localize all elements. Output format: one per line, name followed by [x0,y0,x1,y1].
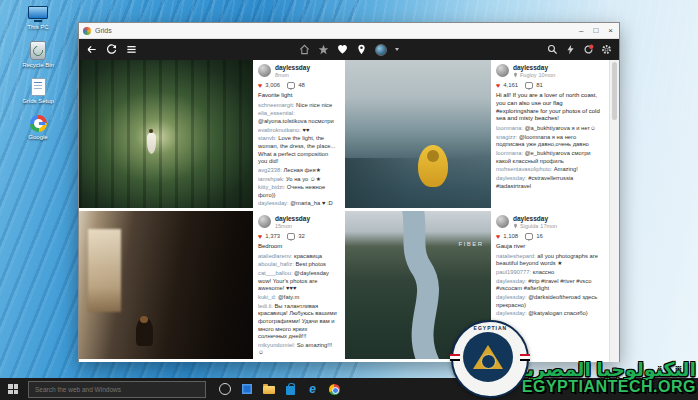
comment: mikyundomiel: So amazing!!!☺ [258,342,337,357]
comment: aboulai_hafiz: Best photos [258,261,337,269]
store-button[interactable] [284,383,297,396]
desktop-icon-label: This PC [27,24,48,31]
edge-button[interactable]: e [306,383,319,396]
comment: stanvb: Love the light, the woman, the d… [258,135,337,166]
comment-username[interactable]: mikyundomiel: [258,342,297,348]
comment-username[interactable]: aboulai_hafiz: [258,261,295,267]
comment-username[interactable]: schneemargit: [258,102,296,108]
comment-username[interactable]: evabroknutkano: [258,127,302,133]
close-button[interactable]: × [608,27,613,35]
comment-username[interactable]: avg2338: [258,167,283,173]
comment-username[interactable]: kuki_d: [258,294,278,300]
comment-username[interactable]: mohsentavasoliphoto: [496,166,554,172]
desktop-icon-google[interactable]: Google [14,115,62,141]
comment-username[interactable]: kitty_bidzi: [258,184,287,190]
post-username[interactable]: daylessday [513,215,557,223]
avatar[interactable] [496,64,509,77]
comment-username[interactable]: paul1990777: [496,269,533,275]
comment: iamshpak: Уо на уо ☺★ [258,176,337,184]
title-bar[interactable]: Grids – □ × [79,23,619,39]
comments-bubble-icon [287,233,295,240]
photos-app-icon [242,384,252,394]
back-icon[interactable] [86,44,97,55]
likes-heart-icon[interactable]: ♥ [496,233,500,240]
star-icon[interactable] [318,44,329,55]
menu-icon[interactable] [126,44,137,55]
bolt-icon[interactable] [565,44,576,55]
chrome-button[interactable] [328,383,341,396]
comments-count: 16 [536,233,543,239]
comment: cat___ballou: @daylessday wow! Your's ph… [258,270,337,293]
post-location[interactable]: Sigulda [520,223,538,230]
avatar[interactable] [258,215,271,228]
scrollbar[interactable] [609,60,619,362]
post-username[interactable]: daylessday [275,215,310,223]
photos-app-button[interactable] [240,383,253,396]
post-location[interactable]: Fugloy [520,72,537,79]
comment: daylessday: @darksideoftheroad здесь пре… [496,294,602,309]
comment-username[interactable]: natalieshepard: [496,253,537,259]
scrollbar-thumb[interactable] [612,62,617,120]
chevron-down-icon[interactable] [395,48,399,51]
post-time: 15mon [275,223,292,230]
file-explorer-icon [263,386,275,394]
maximize-button[interactable]: □ [593,27,598,35]
comments-bubble-icon [525,82,533,89]
likes-heart-icon[interactable]: ♥ [258,82,262,89]
grids-app-window: Grids – □ × [78,22,620,362]
desktop-icon-column: This PC Recycle Bin Grids Setup Google [14,6,62,140]
watermark-arabic-text: التكنولوجيا المصرية [515,360,696,379]
comment-username[interactable]: loomnana: [496,150,525,156]
avatar[interactable] [258,64,271,77]
location-pin-icon[interactable] [356,44,367,55]
likes-heart-icon[interactable]: ♥ [496,82,500,89]
avatar[interactable] [496,215,509,228]
profile-avatar[interactable] [375,44,387,56]
comment-username[interactable]: ledi.li: [258,303,274,309]
start-button[interactable] [0,378,26,400]
sync-alert-icon[interactable] [583,44,594,55]
comment: daylessday: @katyalogan спасибо) [496,310,602,318]
comment-username[interactable]: elia_essential: [258,110,295,116]
this-pc-icon [28,6,48,22]
comment-username[interactable]: snagizz: [496,134,519,140]
comment-username[interactable]: daylessday: [258,200,290,206]
post-username[interactable]: daylessday [513,64,555,72]
refresh-icon[interactable] [106,44,117,55]
file-explorer-button[interactable] [262,383,275,396]
post-username[interactable]: daylessday [275,64,310,72]
comment-username[interactable]: stanvb: [258,135,278,141]
desktop-icon-setup-file[interactable]: Grids Setup [14,78,62,105]
likes-count: 1,373 [265,233,280,239]
comment-username[interactable]: iamshpak: [258,176,286,182]
comment-username[interactable]: daylessday: [496,175,528,181]
taskbar-search[interactable] [28,381,206,398]
search-icon[interactable] [547,44,558,55]
desktop-icon-this-pc[interactable]: This PC [14,6,62,31]
comment-username[interactable]: daylessday: [496,310,528,316]
minimize-button[interactable]: – [579,27,583,35]
settings-gear-icon[interactable] [601,44,612,55]
post-photo-yellow-raincoat[interactable] [345,60,491,208]
likes-heart-icon[interactable]: ♥ [258,233,262,240]
badge-text: EGYPTIAN [453,325,527,331]
desktop-icon-label: Grids Setup [22,98,54,105]
likes-count: 3,006 [265,82,280,88]
comment-username[interactable]: daylessday: [496,294,528,300]
desktop-icon-recycle-bin[interactable]: Recycle Bin [14,41,62,69]
comment: loomnana: @a_bukhtiyarova я и нет☺ [496,125,602,133]
comment-username[interactable]: loomnana: [496,125,525,131]
likes-count: 4,161 [503,82,518,88]
heart-icon[interactable] [337,44,348,55]
comment-username[interactable]: ataliedlarenv: [258,253,294,259]
comment: evabroknutkano: ♥♥ [258,127,337,135]
post-photo-forest[interactable] [79,60,253,208]
comment-username[interactable]: cat___ballou: [258,270,294,276]
recycle-bin-icon [30,41,46,60]
task-view-button[interactable] [218,383,231,396]
comment-username[interactable]: daylessday: [496,278,528,284]
post-photo-dark-room[interactable] [79,211,253,359]
comment-username[interactable]: sofiasmail: [258,358,287,359]
search-input[interactable] [33,385,201,394]
home-icon[interactable] [299,44,310,55]
